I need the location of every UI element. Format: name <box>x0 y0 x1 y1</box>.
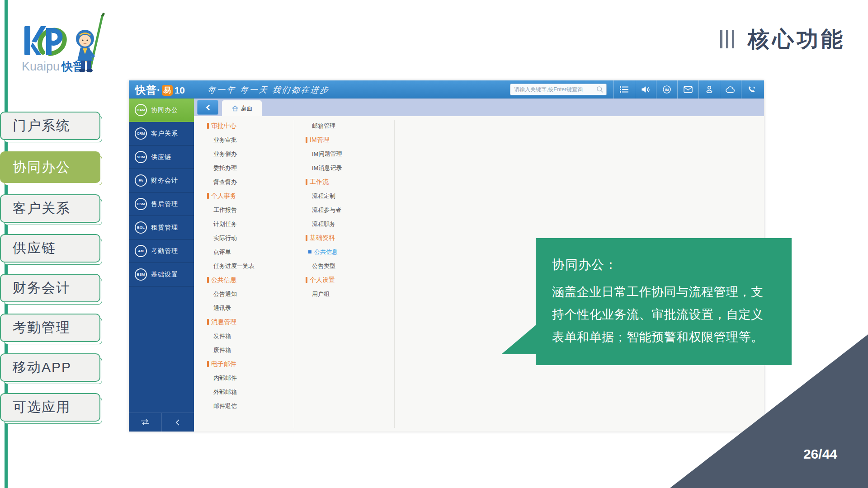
tab-desktop[interactable]: 桌面 <box>222 100 262 116</box>
cloud-icon[interactable] <box>720 80 741 99</box>
menu-entry[interactable]: 邮箱管理 <box>306 119 392 133</box>
module-menu-item[interactable]: 财务会计 <box>0 274 100 302</box>
phone-icon[interactable] <box>741 80 762 99</box>
callout-bubble: 协同办公： 涵盖企业日常工作协同与流程管理，支持个性化业务流、审批流设置，自定义… <box>536 238 792 365</box>
swap-icon[interactable] <box>129 413 161 432</box>
kp-mark-icon <box>24 26 65 55</box>
app-nav-item[interactable]: OAM 协同办公 <box>129 99 194 122</box>
app-module-nav: OAM 协同办公 CRM 客户关系 SCM 供应链 <box>129 99 194 432</box>
menu-entry[interactable]: 公告通知 <box>207 287 291 301</box>
menu-entry[interactable]: 通讯录 <box>207 301 291 315</box>
menu-entry[interactable]: 工作流 <box>306 175 392 189</box>
module-menu: 门户系统 协同办公 客户关系 供应链 财务会计 考勤管理 移动APP <box>0 112 104 422</box>
mail-icon[interactable] <box>677 80 698 99</box>
module-abbr-badge: CSM <box>135 198 147 210</box>
menu-entry[interactable]: 公共信息 <box>207 273 291 287</box>
menu-entry[interactable]: IM问题管理 <box>306 147 392 161</box>
speaker-icon[interactable] <box>635 80 656 99</box>
menu-entry[interactable]: 审批中心 <box>207 119 291 133</box>
search-input[interactable] <box>510 86 596 93</box>
menu-entry[interactable]: 公共信息 <box>306 245 392 259</box>
menu-entry-label: 工作报告 <box>213 206 237 214</box>
module-menu-item[interactable]: 客户关系 <box>0 194 100 223</box>
menu-entry[interactable]: 个人事务 <box>207 189 291 203</box>
menu-column-1: 审批中心 业务审批 业务催办 委托办理 <box>207 119 291 413</box>
menu-entry[interactable]: IM消息记录 <box>306 161 392 175</box>
menu-entry-label: 委托办理 <box>213 164 237 172</box>
app-product-badge: 易 <box>162 85 173 96</box>
menu-entry-label: 流程定制 <box>312 192 335 200</box>
menu-entry[interactable]: 废件箱 <box>207 343 291 357</box>
title-bars-icon <box>720 30 734 48</box>
menu-entry-label: 任务进度一览表 <box>213 262 255 270</box>
menu-entry[interactable]: 基础资料 <box>306 231 392 245</box>
app-nav-item[interactable]: SCM 供应链 <box>129 145 194 169</box>
menu-entry[interactable]: 计划任务 <box>207 217 291 231</box>
back-button[interactable] <box>197 100 218 115</box>
app-product-version: 10 <box>175 85 185 96</box>
app-nav-item[interactable]: CRM 客户关系 <box>129 122 194 145</box>
module-menu-label: 客户关系 <box>13 199 71 218</box>
list-icon[interactable] <box>613 80 635 99</box>
app-nav-item[interactable]: CSM 售后管理 <box>129 192 194 216</box>
brand-en-text: Kuaipu <box>22 60 60 73</box>
page-number: 26/44 <box>803 446 837 462</box>
menu-entry[interactable]: 业务审批 <box>207 133 291 147</box>
menu-entry[interactable]: 个人设置 <box>306 273 392 287</box>
menu-entry-label: 电子邮件 <box>211 360 236 368</box>
menu-entry[interactable]: 委托办理 <box>207 161 291 175</box>
menu-entry[interactable]: 督查督办 <box>207 175 291 189</box>
app-nav-item[interactable]: AM 考勤管理 <box>129 239 194 263</box>
app-nav-item[interactable]: BSM 基础设置 <box>129 263 194 286</box>
menu-entry[interactable]: 发件箱 <box>207 329 291 343</box>
module-menu-item[interactable]: 可选应用 <box>0 393 100 422</box>
module-menu-item[interactable]: 移动APP <box>0 353 100 382</box>
menu-entry[interactable]: 流程职务 <box>306 217 392 231</box>
menu-entry[interactable]: 流程参与者 <box>306 203 392 217</box>
app-slogan: 每一年 每一天 我们都在进步 <box>207 84 330 95</box>
callout-title: 协同办公： <box>552 256 770 273</box>
module-label: 客户关系 <box>151 130 178 138</box>
user-icon[interactable] <box>698 80 720 99</box>
menu-entry[interactable]: 点评单 <box>207 245 291 259</box>
menu-entry-label: 公共信息 <box>211 276 236 284</box>
module-menu-item[interactable]: 门户系统 <box>0 112 100 140</box>
module-abbr-badge: CRM <box>135 127 147 140</box>
menu-entry-label: 邮箱管理 <box>312 122 335 130</box>
module-abbr-badge: FA <box>135 174 147 187</box>
module-label: 租赁管理 <box>151 224 178 232</box>
im-icon[interactable]: IM <box>656 80 677 99</box>
menu-entry[interactable]: 工作报告 <box>207 203 291 217</box>
app-nav-item[interactable]: FA 财务会计 <box>129 169 194 192</box>
menu-entry[interactable]: 消息管理 <box>207 315 291 329</box>
menu-entry[interactable]: 用户组 <box>306 287 392 301</box>
menu-entry[interactable]: 任务进度一览表 <box>207 259 291 273</box>
menu-entry[interactable]: 内部邮件 <box>207 371 291 385</box>
app-nav-item[interactable]: BOL 租赁管理 <box>129 216 194 239</box>
global-search[interactable] <box>510 84 607 95</box>
home-icon <box>231 105 239 112</box>
module-label: 供应链 <box>151 153 171 161</box>
app-module-nav-list: OAM 协同办公 CRM 客户关系 SCM 供应链 <box>129 99 194 286</box>
menu-entry-label: 业务审批 <box>213 136 237 144</box>
menu-entry[interactable]: 邮件退信 <box>207 399 291 413</box>
kuaipu-logo-art: Kuaipu 快普 ® <box>18 13 113 80</box>
menu-entry[interactable]: 实际行动 <box>207 231 291 245</box>
menu-entry[interactable]: 流程定制 <box>306 189 392 203</box>
module-menu-item[interactable]: 考勤管理 <box>0 314 100 342</box>
menu-entry-label: IM管理 <box>310 136 330 144</box>
menu-entry[interactable]: 电子邮件 <box>207 357 291 371</box>
menu-entry[interactable]: 公告类型 <box>306 259 392 273</box>
collapse-icon[interactable] <box>161 413 194 432</box>
module-menu-label: 供应链 <box>13 239 56 258</box>
module-label: 考勤管理 <box>151 247 178 255</box>
kuaipu-logo: Kuaipu 快普 ® <box>18 13 113 80</box>
menu-entry[interactable]: 业务催办 <box>207 147 291 161</box>
menu-entry[interactable]: 外部邮箱 <box>207 385 291 399</box>
menu-entry[interactable]: IM管理 <box>306 133 392 147</box>
module-menu-item[interactable]: 供应链 <box>0 234 100 263</box>
menu-entry-label: 用户组 <box>312 290 330 298</box>
module-menu-item[interactable]: 协同办公 <box>0 151 100 183</box>
menu-entry-label: IM消息记录 <box>312 164 342 172</box>
search-icon[interactable] <box>596 86 604 93</box>
